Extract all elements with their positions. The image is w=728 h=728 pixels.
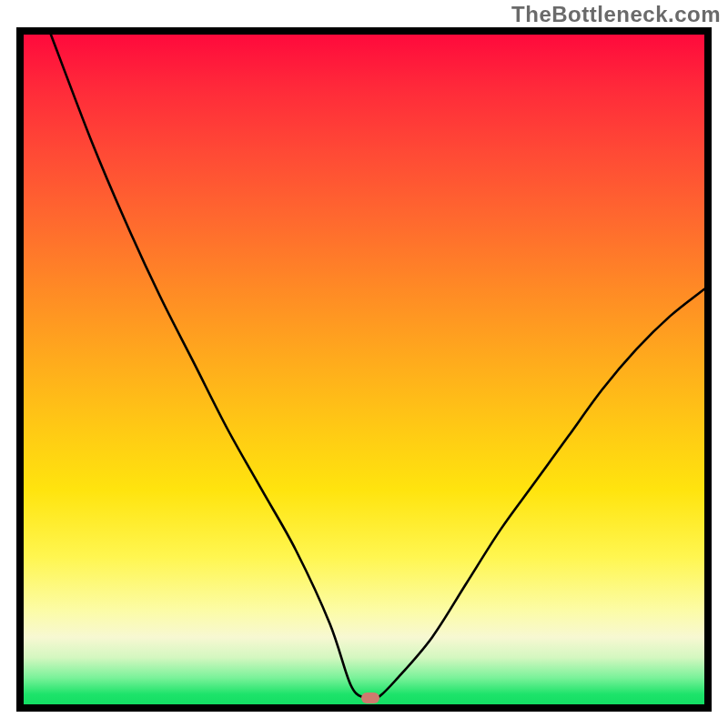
chart-frame: TheBottleneck.com (0, 0, 728, 728)
plot-panel (24, 35, 704, 704)
plot-border (16, 27, 712, 712)
minimum-marker-icon (361, 693, 379, 703)
watermark-text: TheBottleneck.com (511, 2, 721, 27)
bottleneck-curve (24, 35, 704, 704)
